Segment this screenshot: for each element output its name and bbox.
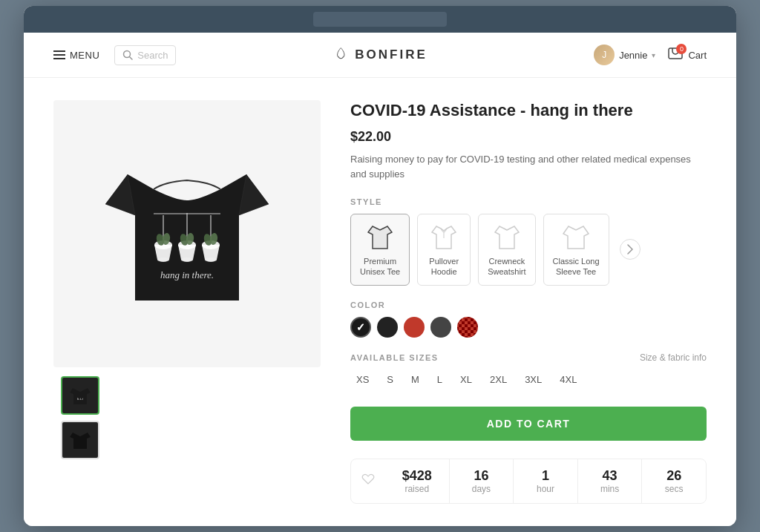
thumb-tshirt-icon-1: h.i.t — [67, 382, 94, 409]
secs-value: 26 — [648, 468, 700, 484]
svg-point-8 — [157, 257, 169, 262]
style-option-pullover-hoodie[interactable]: PulloverHoodie — [417, 214, 471, 286]
svg-point-12 — [181, 257, 193, 262]
product-price: $22.00 — [350, 129, 707, 145]
days-label: days — [456, 484, 508, 494]
size-3xl[interactable]: 3XL — [519, 370, 548, 389]
color-swatch-red[interactable] — [404, 317, 425, 338]
style-options: PremiumUnisex Tee PulloverHoodie — [350, 214, 707, 286]
style-option-label-classic-long: Classic LongSleeve Tee — [553, 256, 600, 278]
user-dropdown-icon: ▾ — [652, 51, 655, 59]
style-option-premium-unisex-tee[interactable]: PremiumUnisex Tee — [350, 214, 410, 286]
hoodie-style-icon — [430, 222, 457, 252]
style-next-button[interactable] — [620, 239, 641, 260]
size-fabric-link[interactable]: Size & fabric info — [640, 352, 707, 363]
svg-line-1 — [130, 57, 133, 60]
user-avatar: J — [594, 45, 615, 65]
cart-badge: 0 — [676, 44, 687, 54]
product-images-section: hang in there. h.i.t — [53, 100, 321, 503]
style-label: STYLE — [350, 197, 707, 206]
color-section: COLOR ✓ — [350, 301, 707, 338]
browser-window: MENU Search BONFIRE — [24, 6, 736, 525]
menu-label: MENU — [70, 50, 99, 61]
size-s[interactable]: S — [381, 370, 399, 389]
logo-text: BONFIRE — [355, 47, 428, 62]
size-4xl[interactable]: 4XL — [554, 370, 583, 389]
svg-text:h.i.t: h.i.t — [77, 397, 83, 401]
thumb-tshirt-icon-2 — [67, 427, 94, 453]
hour-value: 1 — [520, 468, 571, 484]
heart-button[interactable] — [351, 464, 385, 497]
header-right: J Jennie ▾ 0 Cart — [380, 45, 707, 65]
stats-bar: $428 raised 16 days 1 hour 43 mins — [350, 459, 707, 504]
days-value: 16 — [456, 468, 508, 484]
svg-text:hang in there.: hang in there. — [160, 269, 214, 280]
cart-icon-wrap: 0 — [667, 47, 684, 64]
logo[interactable]: BONFIRE — [332, 47, 428, 63]
raised-value: $428 — [391, 468, 443, 484]
style-option-classic-long[interactable]: Classic LongSleeve Tee — [543, 214, 609, 286]
size-section: AVAILABLE SIZES Size & fabric info XS S … — [350, 352, 707, 389]
tshirt-image: hang in there. — [83, 130, 291, 338]
color-label: COLOR — [350, 301, 707, 309]
stat-mins: 43 mins — [578, 459, 643, 503]
stat-hour: 1 hour — [514, 459, 578, 503]
user-menu-button[interactable]: J Jennie ▾ — [594, 45, 655, 65]
stat-days: 16 days — [450, 459, 514, 503]
header: MENU Search BONFIRE — [24, 33, 736, 78]
product-description: Raising money to pay for COVID-19 testin… — [350, 152, 707, 181]
cart-button[interactable]: 0 Cart — [667, 47, 707, 64]
mins-label: mins — [584, 484, 636, 494]
hamburger-icon — [53, 50, 65, 59]
sizes-label: AVAILABLE SIZES — [350, 353, 439, 362]
product-details: COVID-19 Assistance - hang in there $22.… — [350, 100, 707, 503]
thumbnail-list: h.i.t — [61, 376, 99, 459]
color-swatch-black-checked[interactable]: ✓ — [350, 317, 371, 338]
cart-label: Cart — [688, 50, 707, 61]
heart-icon — [361, 473, 375, 485]
search-box[interactable]: Search — [114, 45, 176, 65]
stat-raised: $428 raised — [385, 459, 450, 503]
user-name: Jennie — [619, 50, 647, 61]
url-bar — [313, 12, 447, 27]
product-main-image: hang in there. — [53, 100, 321, 367]
chevron-right-icon — [627, 244, 633, 254]
size-2xl[interactable]: 2XL — [484, 370, 513, 389]
thumbnail-1[interactable]: h.i.t — [61, 376, 99, 415]
size-m[interactable]: M — [405, 370, 425, 389]
raised-label: raised — [391, 484, 443, 494]
color-swatch-dark-gray[interactable] — [430, 317, 451, 338]
style-option-label-crewneck: CrewneckSweatshirt — [488, 256, 525, 278]
page-content: MENU Search BONFIRE — [24, 33, 736, 525]
style-option-label-premium: PremiumUnisex Tee — [360, 256, 400, 278]
svg-point-16 — [205, 257, 217, 262]
style-option-label-hoodie: PulloverHoodie — [429, 256, 459, 278]
browser-bar — [24, 6, 736, 33]
stat-secs: 26 secs — [642, 459, 706, 503]
product-title: COVID-19 Assistance - hang in there — [350, 100, 707, 122]
size-options: XS S M L XL 2XL 3XL 4XL — [350, 370, 707, 389]
tshirt-style-icon — [367, 222, 393, 252]
search-placeholder: Search — [137, 50, 168, 61]
size-xs[interactable]: XS — [350, 370, 375, 389]
search-icon — [122, 50, 133, 60]
size-header: AVAILABLE SIZES Size & fabric info — [350, 352, 707, 363]
color-options: ✓ — [350, 317, 707, 338]
color-swatch-black[interactable] — [377, 317, 398, 338]
thumbnail-2[interactable] — [61, 421, 99, 459]
hour-label: hour — [520, 484, 571, 494]
longsleeve-style-icon — [563, 222, 589, 252]
size-l[interactable]: L — [431, 370, 448, 389]
style-option-crewneck[interactable]: CrewneckSweatshirt — [478, 214, 535, 286]
crewneck-style-icon — [494, 222, 520, 252]
menu-button[interactable]: MENU — [53, 50, 99, 61]
size-xl[interactable]: XL — [454, 370, 478, 389]
style-section: STYLE PremiumUnisex Tee — [350, 197, 707, 286]
header-left: MENU Search — [53, 45, 380, 65]
main-content: hang in there. h.i.t — [24, 78, 736, 525]
color-swatch-pattern[interactable] — [457, 317, 478, 338]
mins-value: 43 — [584, 468, 636, 484]
logo-icon — [332, 47, 349, 63]
add-to-cart-button[interactable]: ADD TO CART — [350, 407, 707, 441]
secs-label: secs — [648, 484, 700, 494]
